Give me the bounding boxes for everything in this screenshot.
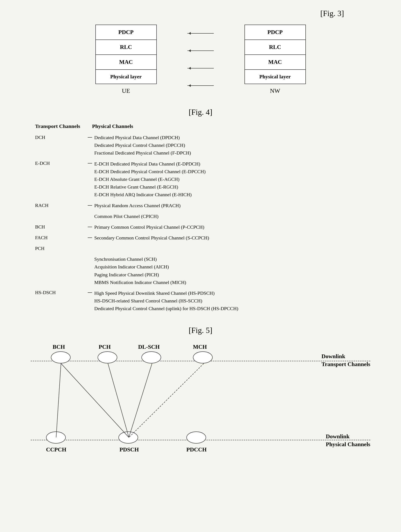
pdcp-arrow-line xyxy=(187,33,214,34)
ue-physical: Physical layer xyxy=(95,69,157,84)
physical-arrow-line xyxy=(187,85,214,86)
dch-group: DCH Dedicated Physical Data Channel (DPD… xyxy=(35,134,366,157)
dlsch-ellipse-top xyxy=(142,351,161,363)
bch-group: BCH Primary Common Control Physical Chan… xyxy=(35,223,366,231)
pch-label-top: PCH xyxy=(99,344,111,350)
mch-ellipse-top xyxy=(193,351,213,363)
svg-line-1 xyxy=(61,363,129,437)
hsdsch-channel-1: High Speed Physical Downlink Shared Chan… xyxy=(94,289,366,297)
dlsch-label-top: DL-SCH xyxy=(138,344,160,350)
pch-group: PCH xyxy=(35,245,366,252)
mich-channel: MBMS Notification Indicator Channel (MIC… xyxy=(94,279,366,286)
standalone-channels: Synchronisation Channel (SCH) Acquisitio… xyxy=(92,255,366,286)
mac-arrow xyxy=(183,61,218,76)
nw-rlc: RLC xyxy=(244,39,306,54)
hsdsch-group: HS-DSCH High Speed Physical Downlink Sha… xyxy=(35,289,366,312)
ue-stack: PDCP RLC MAC Physical layer UE xyxy=(95,25,157,94)
svg-line-2 xyxy=(108,363,129,437)
cpich-channels: Common Pilot Channel (CPICH) xyxy=(92,212,366,220)
edch-channel-3: E-DCH Absolute Grant Channel (E-AGCH) xyxy=(94,175,366,183)
fach-channel-1: Secondary Common Control Physical Channe… xyxy=(94,234,366,242)
edch-channel-2: E-DCH Dedicated Physical Control Channel… xyxy=(94,168,366,175)
aich-channel: Acquisition Indicator Channel (AICH) xyxy=(94,263,366,271)
rlc-arrow xyxy=(183,43,218,58)
nw-stack: PDCP RLC MAC Physical layer NW xyxy=(244,25,306,94)
hsdsch-transport: HS-DSCH xyxy=(35,289,92,295)
pch-ellipse-top xyxy=(98,351,117,363)
fach-channels: Secondary Common Control Physical Channe… xyxy=(92,234,366,242)
arrows-column xyxy=(183,25,218,94)
mac-arrow-line xyxy=(187,68,214,69)
nw-mac: MAC xyxy=(244,54,306,69)
hsdsch-channels: High Speed Physical Downlink Shared Chan… xyxy=(92,289,366,312)
fig3-title: [Fig. 3] xyxy=(13,9,388,18)
downlink-physical-label: Downlink Physical Channels xyxy=(326,433,370,449)
dch-channels: Dedicated Physical Data Channel (DPDCH) … xyxy=(92,134,366,157)
pdcch-ellipse xyxy=(186,431,206,443)
fig4-container: Transport Channels Physical Channels DCH… xyxy=(13,123,388,312)
bch-channel-1: Primary Common Control Physical Channel … xyxy=(94,223,366,231)
hsdsch-channel-3: Dedicated Physical Control Channel (upli… xyxy=(94,305,366,312)
edch-transport: E-DCH xyxy=(35,160,92,166)
dch-channel-3: Fractional Dedicated Physical Channel (F… xyxy=(94,149,366,157)
bch-label-top: BCH xyxy=(53,344,65,350)
ue-label: UE xyxy=(95,87,157,94)
nw-label: NW xyxy=(244,87,306,94)
physical-channels-header: Physical Channels xyxy=(92,123,366,129)
ue-protocol-stack: PDCP RLC MAC Physical layer xyxy=(95,25,157,84)
svg-line-3 xyxy=(129,363,152,437)
rlc-arrow-line xyxy=(187,51,214,51)
rach-channel-1: Physical Random Access Channel (PRACH) xyxy=(94,202,366,209)
cpich-channel-1: Common Pilot Channel (CPICH) xyxy=(94,212,366,220)
pdcch-label-bottom: PDCCH xyxy=(186,446,207,453)
fach-transport: FACH xyxy=(35,234,92,241)
rach-group: RACH Physical Random Access Channel (PRA… xyxy=(35,202,366,209)
dch-channel-1: Dedicated Physical Data Channel (DPDCH) xyxy=(94,134,366,141)
bch-ellipse-top xyxy=(51,351,71,363)
standalone-group: Synchronisation Channel (SCH) Acquisitio… xyxy=(35,255,366,286)
pich-channel: Paging Indicator Channel (PICH) xyxy=(94,271,366,279)
pdsch-label-bottom: PDSCH xyxy=(119,446,139,453)
hsdsch-channel-2: HS-DSCH-related Shared Control Channel (… xyxy=(94,297,366,305)
rach-channels: Physical Random Access Channel (PRACH) xyxy=(92,202,366,209)
ue-pdcp: PDCP xyxy=(95,25,157,39)
rach-transport: RACH xyxy=(35,202,92,209)
page: [Fig. 3] PDCP RLC MAC Physical layer UE xyxy=(0,0,401,532)
fig3-container: PDCP RLC MAC Physical layer UE xyxy=(13,25,388,94)
edch-channel-4: E-DCH Relative Grant Channel (E-RGCH) xyxy=(94,183,366,191)
pch-transport: PCH xyxy=(35,245,92,252)
fig5-title: [Fig. 5] xyxy=(13,326,388,335)
nw-physical: Physical layer xyxy=(244,69,306,84)
ue-mac: MAC xyxy=(95,54,157,69)
dch-transport: DCH xyxy=(35,134,92,141)
svg-line-4 xyxy=(129,363,204,437)
cpich-group: Common Pilot Channel (CPICH) xyxy=(35,212,366,220)
edch-channels: E-DCH Dedicated Physical Data Channel (E… xyxy=(92,160,366,199)
edch-channel-1: E-DCH Dedicated Physical Data Channel (E… xyxy=(94,160,366,168)
fig5-container: BCH PCH DL-SCH MCH Downlink Transport Ch… xyxy=(13,342,388,495)
bch-transport: BCH xyxy=(35,223,92,231)
mch-label-top: MCH xyxy=(193,344,207,350)
pdsch-ellipse xyxy=(118,431,138,443)
physical-arrow xyxy=(183,78,218,93)
edch-channel-5: E-DCH Hybrid ARQ Indicator Channel (E-HI… xyxy=(94,191,366,198)
sch-channel: Synchronisation Channel (SCH) xyxy=(94,255,366,263)
dch-channel-2: Dedicated Physical Control Channel (DPCC… xyxy=(94,141,366,149)
bch-channels: Primary Common Control Physical Channel … xyxy=(92,223,366,231)
fig4-headers: Transport Channels Physical Channels xyxy=(35,123,366,129)
nw-protocol-stack: PDCP RLC MAC Physical layer xyxy=(244,25,306,84)
ccpch-label-bottom: CCPCH xyxy=(46,446,66,453)
svg-line-0 xyxy=(56,363,61,437)
fach-group: FACH Secondary Common Control Physical C… xyxy=(35,234,366,242)
nw-pdcp: PDCP xyxy=(244,25,306,39)
pdcp-arrow xyxy=(183,26,218,41)
ccpch-ellipse xyxy=(46,431,66,443)
downlink-transport-label: Downlink Transport Channels xyxy=(321,353,370,368)
transport-channels-header: Transport Channels xyxy=(35,123,92,129)
ue-rlc: RLC xyxy=(95,39,157,54)
edch-group: E-DCH E-DCH Dedicated Physical Data Chan… xyxy=(35,160,366,199)
fig4-title: [Fig. 4] xyxy=(13,108,388,117)
